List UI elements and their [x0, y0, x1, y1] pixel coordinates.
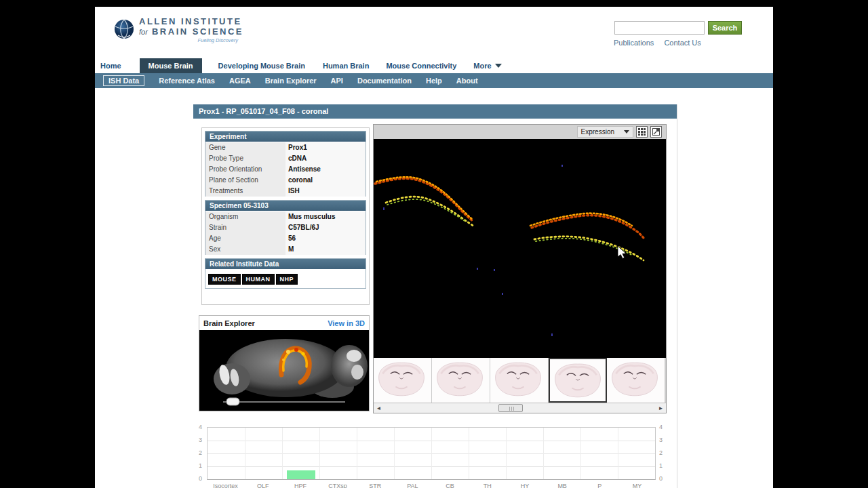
nav-item-mouse-brain[interactable]: Mouse Brain — [140, 58, 202, 73]
experiment-panel: Experiment GeneProx1Probe TypecDNAProbe … — [205, 131, 366, 197]
expression-mode-select[interactable]: Expression — [577, 126, 633, 138]
nav-item-human-brain[interactable]: Human Brain — [323, 62, 369, 70]
scroll-right-button[interactable]: ► — [657, 405, 665, 412]
nav-item-mouse-connectivity[interactable]: Mouse Connectivity — [386, 62, 456, 70]
human-button[interactable]: HUMAN — [242, 274, 275, 285]
field-label: Age — [205, 233, 285, 244]
subnav-item-ish-data[interactable]: ISH Data — [103, 75, 144, 86]
sub-nav: ISH DataReference AtlasAGEABrain Explore… — [95, 73, 773, 88]
field-value: cDNA — [285, 153, 366, 164]
search-input[interactable] — [614, 21, 705, 35]
field-value: Antisense — [285, 164, 366, 175]
field-label: Plane of Section — [205, 175, 285, 186]
logo-tagline: Fueling Discovery — [139, 37, 243, 43]
subnav-item-api[interactable]: API — [331, 77, 343, 85]
expression-image[interactable] — [374, 139, 666, 358]
chart-x-label-hpf: HPF — [281, 483, 319, 488]
chart-x-label-pal: PAL — [394, 483, 431, 488]
thumbnail[interactable] — [374, 358, 432, 403]
chart-x-labels: IsocortexOLFHPFCTXspSTRPALCBTHHYMBPMY — [207, 483, 656, 488]
chart-gridline — [319, 428, 320, 479]
chart-gridline — [431, 428, 432, 479]
chart-y-label: 2 — [190, 449, 202, 456]
nhp-button[interactable]: NHP — [276, 274, 298, 285]
thumbnail[interactable] — [432, 358, 490, 403]
specimen-rows: OrganismMus musculusStrainC57BL/6JAge56S… — [205, 211, 366, 254]
scroll-left-button[interactable]: ◄ — [375, 405, 382, 412]
slice-slider-thumb[interactable] — [226, 398, 239, 405]
field-value: 56 — [285, 233, 366, 244]
experiment-rows: GeneProx1Probe TypecDNAProbe Orientation… — [205, 142, 366, 196]
section-thumbnail-image — [607, 358, 663, 400]
scrollbar-thumb[interactable] — [498, 404, 523, 412]
field-row-age: Age56 — [205, 232, 366, 243]
chart-x-label-my: MY — [618, 483, 656, 488]
field-label: Probe Orientation — [205, 164, 285, 175]
brain-explorer-title: Brain Explorer — [203, 319, 255, 327]
chart-x-label-p: P — [581, 483, 618, 488]
contact-us-link[interactable]: Contact Us — [664, 39, 701, 47]
field-row-treatments: TreatmentsISH — [205, 185, 366, 196]
field-value: Prox1 — [285, 142, 366, 153]
brain-3d-preview[interactable] — [199, 330, 369, 411]
brain-3d-render — [199, 330, 369, 411]
chart-x-label-mb: MB — [544, 483, 581, 488]
subnav-item-about[interactable]: About — [456, 77, 478, 85]
field-value: coronal — [285, 175, 366, 186]
expand-icon — [652, 128, 660, 136]
page: ALLEN INSTITUTE for BRAIN SCIENCE Fuelin… — [95, 7, 773, 488]
allen-institute-logo[interactable]: ALLEN INSTITUTE for BRAIN SCIENCE Fuelin… — [114, 16, 243, 43]
field-label: Strain — [205, 222, 285, 233]
thumbnail-partial[interactable] — [665, 358, 666, 403]
chevron-down-icon — [495, 64, 502, 68]
multi-view-grid-button[interactable] — [636, 126, 648, 138]
field-row-probe-type: Probe TypecDNA — [205, 152, 366, 163]
chart-bar-hpf[interactable] — [287, 470, 315, 479]
chevron-down-icon — [624, 130, 629, 134]
field-row-strain: StrainC57BL/6J — [205, 222, 366, 232]
related-institute-data-panel: Related Institute Data MOUSEHUMANNHP — [205, 258, 366, 289]
publications-link[interactable]: Publications — [614, 39, 654, 47]
thumbnail-scrollbar[interactable]: ◄ ► — [374, 403, 666, 413]
experiment-info-box: Experiment GeneProx1Probe TypecDNAProbe … — [201, 127, 370, 305]
thumbnail[interactable] — [549, 358, 607, 403]
nav-item-more[interactable]: More — [473, 62, 501, 70]
logo-text: ALLEN INSTITUTE for BRAIN SCIENCE Fuelin… — [139, 16, 243, 43]
chart-y-label: 1 — [659, 462, 671, 469]
related-buttons: MOUSEHUMANNHP — [205, 269, 366, 288]
nav-item-developing-mouse-brain[interactable]: Developing Mouse Brain — [218, 62, 305, 70]
subnav-item-brain-explorer[interactable]: Brain Explorer — [265, 77, 317, 85]
view-in-3d-link[interactable]: View in 3D — [328, 319, 365, 327]
field-row-probe-orientation: Probe OrientationAntisense — [205, 163, 366, 174]
subnav-item-agea[interactable]: AGEA — [229, 77, 251, 85]
field-label: Organism — [205, 211, 285, 222]
search-button[interactable]: Search — [708, 21, 742, 35]
fullscreen-button[interactable] — [650, 126, 662, 138]
field-label: Sex — [205, 244, 285, 255]
chart-gridline — [245, 428, 245, 479]
thumbnail[interactable] — [490, 358, 549, 403]
logo-line2: for BRAIN SCIENCE — [139, 26, 243, 37]
related-panel-header: Related Institute Data — [205, 259, 366, 269]
viewer-toolbar: Expression — [374, 125, 666, 139]
chart-x-label-th: TH — [469, 483, 506, 488]
header-links: Publications Contact Us — [614, 39, 709, 47]
chart-y-label: 3 — [190, 436, 202, 443]
thumbnail[interactable] — [607, 358, 665, 403]
chart-x-label-str: STR — [357, 483, 394, 488]
subnav-item-help[interactable]: Help — [426, 77, 442, 85]
subnav-item-documentation[interactable]: Documentation — [357, 77, 412, 85]
content-right-border — [677, 104, 677, 488]
chart-x-label-hy: HY — [506, 483, 543, 488]
subnav-item-reference-atlas[interactable]: Reference Atlas — [159, 77, 215, 85]
field-row-plane-of-section: Plane of Sectioncoronal — [205, 174, 366, 185]
search-row: Search — [614, 21, 742, 35]
nav-item-home[interactable]: Home — [100, 62, 121, 70]
mouse-button[interactable]: MOUSE — [208, 274, 241, 285]
field-value: C57BL/6J — [285, 222, 366, 233]
field-label: Gene — [205, 142, 285, 153]
field-value: Mus musculus — [285, 211, 366, 222]
logo-line1: ALLEN INSTITUTE — [139, 16, 243, 26]
chart-x-label-isocortex: Isocortex — [207, 483, 244, 488]
chart-y-label: 4 — [659, 424, 671, 430]
